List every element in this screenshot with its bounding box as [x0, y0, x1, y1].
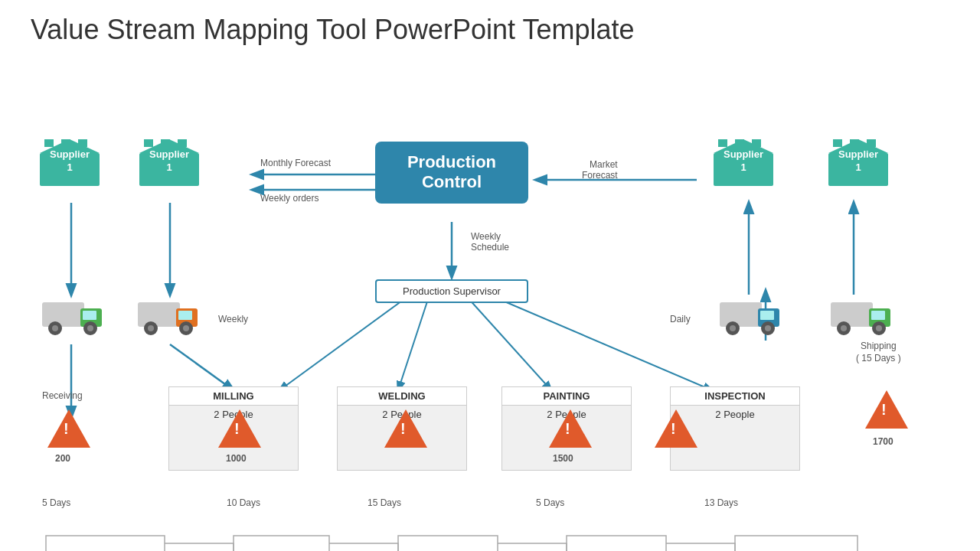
weekly-schedule-label: WeeklySchedule — [471, 231, 509, 253]
warning-inspection — [655, 409, 697, 451]
weekly-label: Weekly — [218, 314, 248, 324]
svg-line-11 — [488, 295, 712, 390]
supplier-1-right: Supplier1 — [712, 138, 775, 174]
svg-rect-22 — [144, 139, 153, 147]
svg-point-48 — [183, 325, 189, 331]
truck-2-right — [827, 295, 896, 340]
svg-line-10 — [467, 297, 551, 390]
svg-rect-18 — [61, 139, 70, 147]
market-forecast-label: MarketForecast — [582, 159, 618, 181]
svg-rect-51 — [760, 311, 774, 320]
production-control-box: Production Control — [375, 142, 528, 204]
svg-point-39 — [52, 325, 58, 331]
svg-line-7 — [170, 344, 234, 390]
svg-line-9 — [398, 297, 429, 390]
supplier-1-label: Supplier1 — [38, 148, 101, 174]
svg-rect-37 — [83, 311, 96, 320]
production-control-label: Production Control — [407, 152, 496, 191]
supplier-1-left: Supplier1 — [38, 138, 101, 174]
shipping-value: 1700 — [873, 436, 893, 447]
supplier-2-label: Supplier1 — [138, 148, 201, 174]
supplier-3-label: Supplier1 — [712, 148, 775, 174]
svg-rect-56 — [831, 302, 873, 327]
svg-point-41 — [87, 325, 93, 331]
svg-rect-58 — [871, 311, 885, 320]
weekly-orders-label: Weekly orders — [260, 193, 318, 204]
receiving-label: Receiving — [42, 390, 83, 401]
warning-welding — [384, 409, 427, 451]
svg-rect-28 — [735, 139, 744, 147]
truck-2-left — [134, 295, 203, 340]
svg-rect-17 — [44, 139, 54, 147]
painting-value: 1500 — [553, 453, 573, 464]
svg-point-53 — [730, 325, 736, 331]
svg-rect-42 — [138, 302, 180, 327]
daily-label: Daily — [670, 314, 691, 324]
milling-title: MILLING — [169, 387, 298, 406]
truck-1-right — [716, 295, 785, 340]
svg-line-8 — [279, 295, 410, 390]
timeline-days-1: 5 Days — [42, 497, 70, 508]
svg-point-55 — [765, 325, 771, 331]
timeline-days-2: 10 Days — [227, 497, 260, 508]
warning-painting — [549, 409, 592, 451]
warning-receiving — [47, 409, 90, 451]
timeline-days-5: 13 Days — [704, 497, 738, 508]
welding-title: WELDING — [338, 387, 466, 406]
svg-rect-34 — [867, 139, 876, 147]
receiving-value: 200 — [55, 453, 70, 464]
svg-rect-32 — [833, 139, 842, 147]
supplier-4-label: Supplier1 — [827, 148, 890, 174]
svg-point-62 — [876, 325, 882, 331]
svg-rect-29 — [752, 139, 761, 147]
truck-1-left — [38, 295, 107, 340]
svg-rect-23 — [161, 139, 170, 147]
shipping-label: Shipping( 15 Days ) — [856, 341, 901, 364]
supplier-2-left: Supplier1 — [138, 138, 201, 174]
warning-shipping — [865, 390, 908, 432]
timeline-days-3: 15 Days — [368, 497, 401, 508]
svg-point-60 — [841, 325, 847, 331]
production-supervisor-label: Production Supervisor — [403, 285, 501, 297]
svg-rect-27 — [718, 139, 727, 147]
svg-rect-35 — [42, 302, 84, 327]
painting-title: PAINTING — [502, 387, 631, 406]
svg-rect-49 — [720, 302, 762, 327]
monthly-forecast-label: Monthly Forecast — [260, 158, 331, 168]
production-supervisor-box: Production Supervisor — [375, 279, 528, 303]
warning-milling — [218, 409, 261, 451]
svg-point-46 — [148, 325, 154, 331]
milling-value: 1000 — [226, 453, 247, 464]
inspection-title: INSPECTION — [671, 387, 799, 406]
supplier-2-right: Supplier1 — [827, 138, 890, 174]
svg-rect-33 — [850, 139, 859, 147]
timeline-days-4: 5 Days — [536, 497, 564, 508]
svg-rect-24 — [178, 139, 187, 147]
svg-rect-19 — [78, 139, 87, 147]
page-title: Value Stream Mapping Tool PowerPoint Tem… — [0, 0, 980, 46]
svg-rect-44 — [178, 311, 192, 320]
